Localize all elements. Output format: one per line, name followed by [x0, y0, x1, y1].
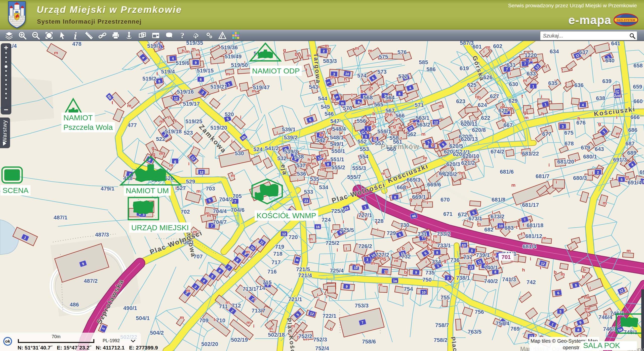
svg-text:g: g — [502, 117, 505, 122]
svg-text:h: h — [541, 111, 544, 116]
settings-icon — [205, 31, 213, 40]
svg-text:734: 734 — [432, 259, 441, 265]
svg-text:5: 5 — [365, 134, 367, 138]
svg-text:m: m — [584, 295, 588, 300]
settings-button[interactable] — [204, 31, 215, 40]
svg-text:769: 769 — [510, 326, 520, 332]
ok-button[interactable]: ok — [3, 337, 12, 346]
svg-text:756: 756 — [475, 309, 484, 315]
svg-text:741/3: 741/3 — [502, 276, 516, 283]
zoom-level-dot[interactable] — [5, 57, 7, 58]
layout-panels-icon — [151, 31, 160, 40]
link-button[interactable] — [97, 31, 108, 40]
layers-button[interactable] — [4, 31, 15, 40]
svg-text:519/25: 519/25 — [185, 118, 202, 125]
layers-panel-tab[interactable]: Warstwy — [0, 118, 10, 148]
svg-text:716: 716 — [267, 268, 277, 275]
chevron-down-icon[interactable] — [130, 338, 136, 344]
svg-text:23: 23 — [304, 199, 308, 203]
svg-text:486: 486 — [70, 301, 79, 308]
svg-text:t: t — [566, 81, 567, 86]
svg-text:i: i — [425, 259, 427, 264]
svg-text:681/17: 681/17 — [522, 202, 539, 208]
cloud-download-button[interactable] — [190, 31, 201, 40]
search-icon[interactable] — [629, 33, 635, 39]
svg-text:t: t — [612, 176, 614, 182]
pointer-button[interactable] — [57, 31, 68, 40]
svg-text:669/1: 669/1 — [412, 194, 426, 200]
svg-text:539/1: 539/1 — [282, 126, 296, 133]
svg-text:i: i — [546, 64, 547, 69]
zoom-in-button[interactable] — [17, 31, 28, 40]
svg-text:NAMIOT: NAMIOT — [63, 113, 93, 122]
svg-text:553: 553 — [360, 146, 369, 152]
zoom-level-dot[interactable] — [5, 84, 7, 85]
zoom-level-dot[interactable] — [5, 75, 7, 76]
svg-text:m: m — [421, 131, 426, 137]
svg-text:m: m — [196, 52, 200, 57]
comment-button[interactable] — [164, 31, 175, 40]
svg-text:681/12: 681/12 — [525, 233, 542, 239]
svg-text:i: i — [589, 285, 591, 291]
map-warning-button[interactable] — [217, 31, 228, 40]
zoom-level-dot[interactable] — [5, 79, 7, 81]
svg-text:m: m — [330, 74, 335, 80]
compare-windows-button[interactable] — [137, 31, 148, 40]
svg-text:g: g — [427, 245, 430, 250]
svg-text:519/47: 519/47 — [253, 84, 270, 91]
svg-text:548/1: 548/1 — [330, 134, 344, 141]
svg-text:551/1: 551/1 — [330, 156, 344, 163]
svg-text:519/1: 519/1 — [147, 43, 161, 49]
zoom-level-dot[interactable] — [5, 61, 7, 63]
svg-text:710: 710 — [216, 317, 225, 324]
svg-text:675: 675 — [564, 130, 574, 136]
svg-text:h: h — [398, 125, 401, 130]
svg-text:532: 532 — [277, 155, 287, 162]
select-area-button[interactable] — [44, 31, 55, 40]
svg-text:m: m — [207, 213, 211, 218]
svg-text:556: 556 — [357, 118, 366, 124]
svg-text:8: 8 — [327, 162, 329, 166]
palette-button[interactable] — [230, 31, 241, 40]
svg-text:721/1: 721/1 — [288, 296, 302, 302]
svg-text:583/3: 583/3 — [323, 58, 337, 64]
svg-text:i: i — [377, 227, 378, 232]
svg-text:7: 7 — [234, 200, 236, 204]
layout-panels-button[interactable] — [150, 31, 161, 40]
svg-text:635: 635 — [548, 80, 557, 86]
zoom-out-button[interactable]: − — [1, 106, 11, 113]
svg-text:638: 638 — [596, 95, 605, 101]
zoom-level-dot[interactable] — [5, 52, 7, 54]
search-input[interactable] — [543, 32, 626, 40]
svg-text:602: 602 — [493, 43, 502, 49]
zoom-level-dot[interactable] — [5, 97, 7, 99]
svg-text:737: 737 — [463, 254, 472, 260]
zoom-level-dot[interactable] — [5, 88, 7, 90]
print-button[interactable] — [110, 31, 121, 40]
svg-text:10: 10 — [499, 224, 503, 228]
svg-text:m: m — [54, 50, 58, 55]
zoom-in-button[interactable]: + — [1, 44, 11, 51]
info-button[interactable] — [70, 31, 81, 40]
measure-button[interactable] — [84, 31, 95, 40]
download-point-button[interactable] — [124, 31, 135, 40]
zoom-level-dot[interactable] — [5, 70, 7, 72]
svg-text:NAMIOT ODP: NAMIOT ODP — [252, 67, 300, 75]
svg-text:i: i — [592, 170, 593, 175]
svg-text:533: 533 — [304, 189, 313, 195]
svg-text:681/4: 681/4 — [522, 243, 537, 250]
zoom-out-button[interactable] — [30, 31, 41, 40]
svg-text:t: t — [112, 100, 113, 105]
svg-text:i: i — [467, 218, 468, 223]
zoom-level-dot[interactable] — [5, 65, 8, 68]
svg-text:689: 689 — [627, 150, 636, 156]
svg-text:620/2: 620/2 — [443, 171, 457, 177]
help-button[interactable]: ? — [177, 31, 188, 40]
map-canvas[interactable]: 111098765432256b57121912316151a461399785… — [0, 41, 644, 351]
svg-text:680/3: 680/3 — [573, 175, 587, 181]
svg-text:m: m — [231, 173, 235, 178]
svg-text:m: m — [127, 103, 132, 108]
zoom-level-dot[interactable] — [5, 93, 7, 94]
app-header: Urząd Miejski w Przemkowie System Inform… — [0, 0, 644, 30]
map-warning-icon — [218, 31, 227, 40]
